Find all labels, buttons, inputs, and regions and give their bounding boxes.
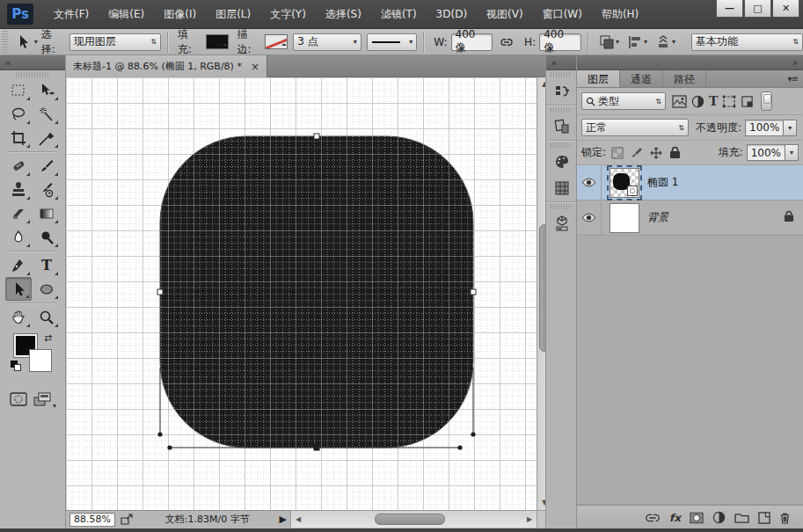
- eyedropper-tool[interactable]: [33, 126, 60, 149]
- zoom-level-input[interactable]: 88.58%: [69, 513, 115, 527]
- clone-source-panel-icon[interactable]: [546, 113, 577, 140]
- fill-swatch[interactable]: [206, 34, 229, 49]
- add-layer-mask-icon[interactable]: [690, 512, 704, 524]
- quick-mask-button[interactable]: [9, 390, 28, 411]
- icon-dock-header[interactable]: «: [546, 55, 576, 70]
- share-icon[interactable]: [120, 514, 135, 526]
- document-close-icon[interactable]: ×: [251, 61, 259, 73]
- menu-file[interactable]: 文件(F): [44, 0, 99, 29]
- layer-row-ellipse[interactable]: 椭圆 1: [577, 165, 803, 200]
- panel-grip[interactable]: [551, 72, 572, 77]
- direction-point[interactable]: [167, 445, 172, 449]
- move-tool[interactable]: [33, 78, 60, 102]
- link-layers-icon[interactable]: [645, 513, 661, 523]
- crop-tool[interactable]: [5, 126, 32, 149]
- horizontal-scroll-thumb[interactable]: [375, 514, 445, 525]
- new-layer-icon[interactable]: [758, 512, 770, 524]
- canvas[interactable]: [66, 77, 537, 510]
- path-arrangement-icon[interactable]: ▾: [654, 33, 675, 52]
- select-mode-dropdown[interactable]: 现用图层 ⇅: [69, 33, 161, 51]
- opacity-value[interactable]: 100%: [745, 120, 784, 136]
- layer-visibility-toggle[interactable]: [577, 165, 602, 200]
- anchor-right[interactable]: [471, 289, 476, 295]
- menu-view[interactable]: 视图(V): [477, 0, 533, 29]
- filter-toggle-switch[interactable]: [761, 91, 772, 111]
- menu-filter[interactable]: 滤镜(T): [371, 0, 427, 29]
- panel-grip[interactable]: [551, 204, 572, 209]
- direction-point[interactable]: [471, 432, 475, 436]
- menu-window[interactable]: 窗口(W): [533, 0, 592, 29]
- opacity-caret-icon[interactable]: ▾: [784, 120, 797, 136]
- shape-height-input[interactable]: 400 像: [539, 33, 581, 51]
- swatches-panel-icon[interactable]: [546, 175, 577, 201]
- menu-select[interactable]: 选择(S): [316, 0, 371, 29]
- blend-mode-dropdown[interactable]: 正常 ⇅: [581, 119, 689, 136]
- lock-all-icon[interactable]: [669, 146, 681, 159]
- layer-thumbnail[interactable]: [610, 203, 639, 233]
- panel-dock-header[interactable]: »: [577, 55, 803, 70]
- layer-row-background[interactable]: 背景: [577, 200, 803, 236]
- layer-thumbnail[interactable]: [610, 168, 639, 198]
- scroll-right-icon[interactable]: ▶: [524, 514, 535, 525]
- stroke-width-dropdown[interactable]: 3 点 ▾: [293, 33, 361, 51]
- lock-transparency-icon[interactable]: [611, 147, 624, 159]
- menu-image[interactable]: 图像(I): [154, 0, 206, 29]
- layer-name[interactable]: 背景: [647, 210, 668, 225]
- tool-preset-caret-icon[interactable]: ▾: [34, 38, 38, 46]
- swap-colors-icon[interactable]: ⇄: [44, 332, 52, 344]
- workspace-switcher-dropdown[interactable]: 基本功能 ⇅: [691, 33, 803, 51]
- lasso-tool[interactable]: [5, 102, 32, 126]
- menu-layer[interactable]: 图层(L): [206, 0, 260, 29]
- anchor-left[interactable]: [157, 289, 163, 295]
- spot-healing-brush-tool[interactable]: [5, 154, 32, 178]
- clone-stamp-tool[interactable]: [5, 178, 32, 201]
- delete-layer-icon[interactable]: [779, 512, 791, 524]
- anchor-top[interactable]: [314, 134, 319, 139]
- filter-adjustment-layers-icon[interactable]: [691, 95, 704, 108]
- lock-position-icon[interactable]: [650, 147, 662, 159]
- path-alignment-icon[interactable]: ▾: [626, 33, 647, 52]
- panel-menu-icon[interactable]: ▾≡: [788, 74, 798, 84]
- filter-smart-objects-icon[interactable]: [741, 95, 754, 108]
- eraser-tool[interactable]: [5, 201, 32, 225]
- 3d-panel-icon[interactable]: [546, 210, 577, 237]
- direction-point[interactable]: [457, 445, 462, 449]
- history-brush-tool[interactable]: [33, 178, 60, 201]
- minimize-button[interactable]: —: [716, 0, 743, 18]
- fill-value[interactable]: 100%: [747, 144, 785, 161]
- brush-tool[interactable]: [33, 154, 60, 178]
- direction-point[interactable]: [157, 432, 162, 436]
- tools-panel-grip[interactable]: [16, 72, 49, 77]
- hand-tool[interactable]: [5, 305, 32, 329]
- fill-combo[interactable]: 100% ▾: [747, 144, 799, 161]
- history-panel-icon[interactable]: [546, 78, 577, 105]
- stroke-swatch[interactable]: [265, 34, 288, 49]
- anchor-bottom-selected[interactable]: [314, 445, 319, 450]
- layer-name[interactable]: 椭圆 1: [647, 175, 678, 190]
- close-button[interactable]: ✕: [772, 0, 799, 18]
- default-colors-icon[interactable]: [11, 361, 22, 372]
- blur-tool[interactable]: [5, 225, 32, 249]
- panel-grip[interactable]: [551, 142, 572, 148]
- filter-pixel-layers-icon[interactable]: [672, 95, 687, 108]
- tab-channels[interactable]: 通道: [620, 70, 663, 87]
- menu-type[interactable]: 文字(Y): [260, 0, 316, 29]
- background-color-swatch[interactable]: [29, 349, 52, 372]
- menu-help[interactable]: 帮助(H): [592, 0, 648, 29]
- screen-mode-button[interactable]: ▾: [32, 390, 56, 411]
- panel-grip[interactable]: [551, 107, 572, 113]
- scroll-left-icon[interactable]: ◀: [293, 514, 303, 525]
- maximize-button[interactable]: □: [744, 0, 771, 18]
- link-dimensions-icon[interactable]: [496, 33, 517, 52]
- ellipse-tool[interactable]: [33, 277, 60, 301]
- new-adjustment-layer-icon[interactable]: [712, 511, 726, 524]
- new-group-icon[interactable]: [734, 512, 749, 523]
- path-selection-tool[interactable]: [5, 277, 32, 301]
- menu-edit[interactable]: 编辑(E): [99, 0, 154, 29]
- status-flyout-icon[interactable]: ▶: [280, 514, 287, 525]
- tab-paths[interactable]: 路径: [663, 70, 706, 87]
- layer-visibility-toggle[interactable]: [577, 200, 602, 236]
- color-panel-icon[interactable]: [546, 149, 577, 175]
- zoom-tool[interactable]: [33, 305, 60, 329]
- path-operations-icon[interactable]: ▾: [598, 33, 619, 52]
